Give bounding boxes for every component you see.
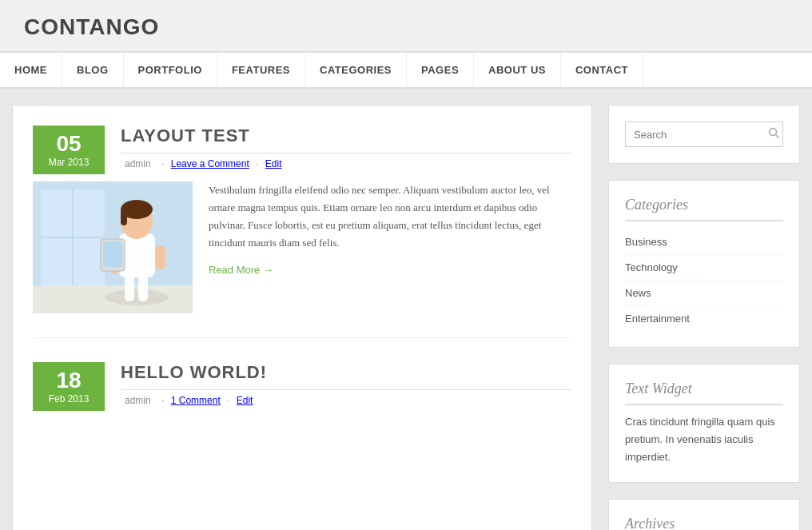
category-item[interactable]: News xyxy=(625,281,783,306)
post-author: admin xyxy=(125,158,151,169)
nav-item-home[interactable]: HOME xyxy=(0,53,62,87)
post-meta: admin · 1 Comment · Edit xyxy=(121,395,571,406)
post-meta-sep1: · xyxy=(159,395,167,406)
categories-widget: Categories BusinessTechnologyNewsEnterta… xyxy=(608,180,800,348)
svg-line-17 xyxy=(776,135,779,138)
text-widget-body: Cras tincidunt fringilla quam quis preti… xyxy=(625,413,783,466)
category-link[interactable]: Technology xyxy=(625,261,678,273)
archives-widget: Archives xyxy=(608,499,800,530)
category-item[interactable]: Entertainment xyxy=(625,306,783,331)
post-text: Vestibulum fringilla eleifend odio nec s… xyxy=(209,181,571,279)
post: 18Feb 2013HELLO WORLD!admin · 1 Comment … xyxy=(33,362,571,442)
post-meta-sep1: · xyxy=(159,158,167,169)
nav-item-about[interactable]: ABOUT US xyxy=(474,53,561,87)
post-comment-link[interactable]: 1 Comment xyxy=(171,395,221,406)
post-edit-link[interactable]: Edit xyxy=(265,158,282,169)
post-day: 05 xyxy=(37,132,101,157)
post-date-badge: 05Mar 2013 xyxy=(33,126,105,174)
site-header: CONTANGO xyxy=(0,0,812,52)
post-title: LAYOUT TEST xyxy=(121,126,571,153)
category-link[interactable]: News xyxy=(625,287,651,299)
nav-item-categories[interactable]: CATEGORIES xyxy=(305,53,407,87)
main-content: 05Mar 2013LAYOUT TESTadmin · Leave a Com… xyxy=(12,105,592,530)
search-input[interactable] xyxy=(634,129,768,141)
svg-rect-15 xyxy=(155,245,165,269)
post-title: HELLO WORLD! xyxy=(121,362,571,390)
search-widget xyxy=(608,105,800,164)
categories-title: Categories xyxy=(625,197,783,221)
nav-item-contact[interactable]: CONTACT xyxy=(561,53,643,87)
post-comment-link[interactable]: Leave a Comment xyxy=(171,158,249,169)
post-meta: admin · Leave a Comment · Edit xyxy=(121,158,571,169)
post-edit-link[interactable]: Edit xyxy=(237,395,253,406)
category-item[interactable]: Business xyxy=(625,229,783,255)
search-icon xyxy=(768,127,779,141)
nav-item-portfolio[interactable]: PORTFOLIO xyxy=(124,53,217,87)
archives-title: Archives xyxy=(625,516,783,530)
post-meta-sep2: · xyxy=(225,395,233,406)
nav-item-pages[interactable]: PAGES xyxy=(407,53,474,87)
post-body: Vestibulum fringilla eleifend odio nec s… xyxy=(33,181,571,313)
post-header-area: LAYOUT TESTadmin · Leave a Comment · Edi… xyxy=(121,126,571,181)
post-month-year: Feb 2013 xyxy=(37,393,101,404)
post-day: 18 xyxy=(37,369,101,393)
post-meta-sep2: · xyxy=(253,158,261,169)
site-title: CONTANGO xyxy=(24,14,159,39)
category-item[interactable]: Technology xyxy=(625,255,783,281)
svg-point-5 xyxy=(105,289,169,305)
read-more-link[interactable]: Read More → xyxy=(209,261,273,279)
post-image xyxy=(33,181,193,313)
nav-item-blog[interactable]: BLOG xyxy=(62,53,124,87)
category-list: BusinessTechnologyNewsEntertainment xyxy=(625,229,783,331)
text-widget: Text Widget Cras tincidunt fringilla qua… xyxy=(608,364,800,483)
svg-rect-14 xyxy=(103,241,122,267)
post-month-year: Mar 2013 xyxy=(37,157,101,168)
nav-item-features[interactable]: FEATURES xyxy=(217,53,305,87)
page-wrapper: 05Mar 2013LAYOUT TESTadmin · Leave a Com… xyxy=(0,89,812,530)
svg-rect-11 xyxy=(121,209,127,225)
main-nav: HOMEBLOGPORTFOLIOFEATURESCATEGORIESPAGES… xyxy=(0,52,812,89)
sidebar: Categories BusinessTechnologyNewsEnterta… xyxy=(608,105,800,530)
post-date-badge: 18Feb 2013 xyxy=(33,362,105,411)
post: 05Mar 2013LAYOUT TESTadmin · Leave a Com… xyxy=(33,126,571,338)
category-link[interactable]: Business xyxy=(625,236,667,248)
post-header-area: HELLO WORLD!admin · 1 Comment · Edit xyxy=(121,362,571,418)
category-link[interactable]: Entertainment xyxy=(625,313,690,325)
search-box xyxy=(625,122,783,147)
post-author: admin xyxy=(125,395,151,406)
text-widget-title: Text Widget xyxy=(625,381,783,405)
